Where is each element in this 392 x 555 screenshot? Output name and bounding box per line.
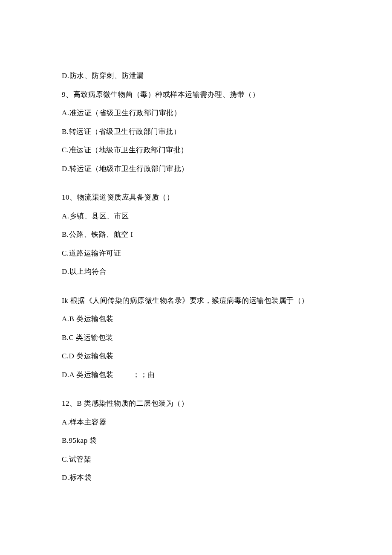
gap-11-12 [62, 388, 330, 398]
q9-option-d: D.转运证（地级市卫生行政部门审批） [62, 163, 330, 174]
q9-option-a: A.准运证（省级卫生行政部门审批） [62, 108, 330, 119]
q10-stem: 10、物流渠道资质应具备资质（） [62, 192, 330, 203]
q11-stem: Ik 根据《人间传染的病原微生物名录》要求，猴痘病毒的运输包装属于（） [62, 295, 330, 306]
q11-option-a: A.B 类运输包装 [62, 314, 330, 325]
q9-option-b: B.转运证（省级卫生行政部门审批） [62, 126, 330, 137]
q11-option-c: C.D 类运输包装 [62, 351, 330, 362]
q10-option-b: B.公路、铁路、航空 I [62, 229, 330, 240]
q9-option-c: C.准运证（地级市卫生行政部门审批） [62, 145, 330, 156]
q11-option-d-row: D.A 类运输包装 ；；由 [62, 369, 330, 381]
q12-option-a: A.样本主容器 [62, 417, 330, 428]
q12-stem: 12、B 类感染性物质的二层包装为（） [62, 398, 330, 409]
q12-option-d: D.标本袋 [62, 472, 330, 483]
q12-option-c: C.试管架 [62, 454, 330, 465]
q12-option-b: B.95kap 袋 [62, 435, 330, 446]
gap-10-11 [62, 285, 330, 295]
gap-9-10 [62, 182, 330, 192]
q10-option-a: A.乡镇、县区、市区 [62, 211, 330, 222]
q10-option-d: D.以上均符合 [62, 266, 330, 277]
q11-option-d-suffix: ；；由 [133, 369, 155, 381]
q11-option-b: B.C 类运输包装 [62, 332, 330, 343]
q10-option-c: C.道路运输许可证 [62, 248, 330, 259]
q8-option-d: D.防水、防穿刺、防泄漏 [62, 70, 330, 81]
q9-stem: 9、高致病原微生物菌（毒）种或样本运输需办理、携带（） [62, 89, 330, 100]
q11-option-d: D.A 类运输包装 [62, 371, 114, 379]
